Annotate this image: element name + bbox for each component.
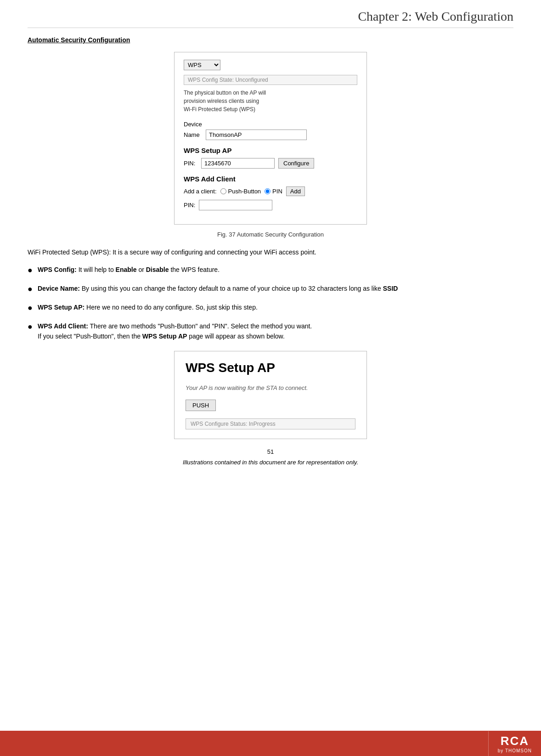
chapter-title: Chapter 2: Web Configuration [28, 9, 513, 28]
add-client-row: Add a client: Push-Button PIN Add [184, 186, 357, 196]
pin2-input[interactable] [199, 200, 272, 210]
wps-add-client-section: WPS Add Client Add a client: Push-Button… [184, 175, 357, 210]
bullet-dot-1: ● [28, 264, 38, 277]
pin-input[interactable] [201, 158, 275, 169]
rca-logo-text: RCA [501, 734, 529, 748]
device-section: Device Name [184, 121, 357, 140]
page-number: 51 [28, 448, 513, 455]
section-heading: Automatic Security Configuration [28, 36, 513, 44]
bullet-wps-add-client-text: WPS Add Client: There are two methods "P… [38, 321, 513, 342]
pin-row2: PIN: [184, 200, 357, 210]
footer-logo-box: RCA by THOMSON [488, 731, 541, 756]
add-button[interactable]: Add [286, 186, 305, 196]
pin-radio[interactable] [265, 188, 270, 194]
wps-waiting-text: Your AP is now waiting for the STA to co… [186, 384, 355, 391]
push-button[interactable]: PUSH [186, 400, 216, 411]
bullet-device-name-text: Device Name: By using this you can chang… [38, 283, 513, 293]
pin-label: PIN: [184, 160, 197, 167]
pin-radio-label[interactable]: PIN [265, 188, 282, 195]
wps-description: The physical button on the AP will provi… [184, 89, 357, 113]
footer-bar: RCA by THOMSON [0, 731, 541, 756]
wps-setup-ap-big-title: WPS Setup AP [186, 361, 355, 375]
device-name-input[interactable] [206, 130, 307, 140]
by-thomson-text: by THOMSON [498, 748, 532, 753]
pin2-label: PIN: [184, 202, 195, 209]
bullet-wps-setup-ap-text: WPS Setup AP: Here we no need to do any … [38, 302, 513, 312]
bullet-wps-add-client: ● WPS Add Client: There are two methods … [28, 321, 513, 342]
bullet-dot-2: ● [28, 282, 38, 296]
bullet-list: ● WPS Config: It will help to Enable or … [28, 265, 513, 341]
wps-state-field: WPS Config State: Unconfigured [184, 75, 357, 85]
wps-setup-ap-section: WPS Setup AP PIN: Configure [184, 147, 357, 169]
config-box: WPS WPS Config State: Unconfigured The p… [174, 52, 367, 225]
device-label: Device [184, 121, 357, 128]
wps-setup-ap-box: WPS Setup AP Your AP is now waiting for … [174, 351, 367, 439]
push-button-radio-label[interactable]: Push-Button [220, 188, 261, 195]
bullet-dot-4: ● [28, 320, 38, 333]
wps-status-field: WPS Configure Status: InProgress [186, 418, 355, 429]
fig-caption: Fig. 37 Automatic Security Configuration [28, 231, 513, 238]
bullet-wps-setup-ap: ● WPS Setup AP: Here we no need to do an… [28, 302, 513, 315]
device-name-label: Name [184, 131, 202, 138]
configure-button[interactable]: Configure [278, 158, 314, 169]
footer-disclaimer: Illustrations contained in this document… [28, 459, 513, 466]
wps-setup-ap-title: WPS Setup AP [184, 147, 357, 154]
intro-text: WiFi Protected Setup (WPS): It is a secu… [28, 247, 513, 257]
bullet-dot-3: ● [28, 301, 38, 315]
pin-row: PIN: Configure [184, 158, 357, 169]
wps-select-row: WPS [184, 60, 357, 70]
bullet-wps-config-text: WPS Config: It will help to Enable or Di… [38, 265, 513, 275]
bullet-wps-config: ● WPS Config: It will help to Enable or … [28, 265, 513, 277]
device-name-row: Name [184, 130, 357, 140]
push-button-radio[interactable] [220, 188, 226, 194]
wps-add-client-title: WPS Add Client [184, 175, 357, 183]
bullet-device-name: ● Device Name: By using this you can cha… [28, 283, 513, 296]
add-client-label: Add a client: [184, 188, 217, 195]
wps-select[interactable]: WPS [184, 60, 220, 70]
